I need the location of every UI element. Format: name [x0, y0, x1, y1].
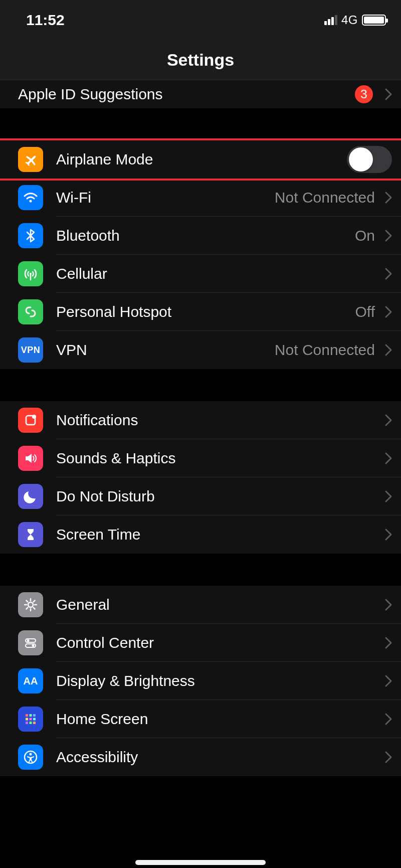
svg-rect-20 [33, 714, 36, 717]
airplane-icon [18, 147, 43, 172]
chevron-right-icon [385, 306, 392, 318]
row-personal-hotspot[interactable]: Personal Hotspot Off [0, 293, 401, 331]
svg-point-17 [32, 644, 35, 647]
link-icon [18, 299, 43, 324]
row-label: Personal Hotspot [56, 303, 355, 320]
group-spacer [0, 108, 401, 140]
hourglass-icon [18, 522, 43, 547]
chevron-right-icon [385, 751, 392, 763]
svg-rect-19 [30, 714, 32, 717]
chevron-right-icon [385, 230, 392, 242]
text-size-icon: AA [18, 668, 43, 693]
svg-rect-25 [30, 722, 32, 724]
row-label: Cellular [56, 265, 380, 282]
notification-icon [18, 408, 43, 433]
row-value: Not Connected [275, 341, 375, 359]
network-type: 4G [341, 13, 358, 27]
chevron-right-icon [385, 713, 392, 725]
row-label: Accessibility [56, 749, 380, 766]
row-label: Screen Time [56, 526, 380, 543]
row-label: Display & Brightness [56, 672, 380, 689]
group-network: Airplane Mode Wi-Fi Not Connected Blueto… [0, 138, 401, 369]
chevron-right-icon [385, 344, 392, 356]
svg-point-0 [30, 200, 32, 203]
highlight-annotation: Airplane Mode [0, 138, 401, 181]
battery-icon [362, 15, 386, 26]
antenna-icon [18, 261, 43, 286]
chevron-right-icon [385, 675, 392, 687]
row-label: Bluetooth [56, 227, 355, 244]
svg-rect-24 [26, 722, 28, 724]
chevron-right-icon [385, 192, 392, 204]
row-label: Wi-Fi [56, 189, 275, 206]
row-accessibility[interactable]: Accessibility [0, 738, 401, 776]
row-sounds-haptics[interactable]: Sounds & Haptics [0, 439, 401, 477]
row-value: Not Connected [275, 189, 375, 206]
badge-count: 3 [355, 85, 373, 103]
chevron-right-icon [385, 268, 392, 280]
vpn-icon: VPN [18, 337, 43, 363]
row-screen-time[interactable]: Screen Time [0, 515, 401, 554]
chevron-right-icon [385, 88, 392, 100]
row-vpn[interactable]: VPN VPN Not Connected [0, 331, 401, 369]
chevron-right-icon [385, 599, 392, 611]
svg-rect-23 [33, 718, 36, 721]
row-label: Home Screen [56, 711, 380, 728]
row-wifi[interactable]: Wi-Fi Not Connected [0, 179, 401, 217]
svg-line-13 [34, 601, 35, 602]
group-notifications: Notifications Sounds & Haptics Do Not Di… [0, 401, 401, 554]
page-title: Settings [167, 50, 234, 70]
svg-rect-22 [30, 718, 32, 721]
group-spacer [0, 554, 401, 586]
wifi-icon [18, 185, 43, 210]
status-icons: 4G [324, 13, 386, 27]
gear-icon [18, 592, 43, 617]
accessibility-icon [18, 745, 43, 770]
cellular-signal-icon [324, 15, 337, 25]
home-indicator[interactable] [135, 860, 266, 865]
row-general[interactable]: General [0, 586, 401, 624]
row-label: Control Center [56, 634, 380, 651]
svg-line-11 [34, 608, 35, 609]
speaker-icon [18, 446, 43, 471]
row-cellular[interactable]: Cellular [0, 255, 401, 293]
group-apple-id: Apple ID Suggestions 3 [0, 80, 401, 108]
chevron-right-icon [385, 414, 392, 426]
svg-point-28 [30, 753, 32, 756]
svg-rect-26 [33, 722, 36, 724]
chevron-right-icon [385, 490, 392, 502]
svg-line-12 [27, 608, 28, 609]
svg-point-4 [32, 415, 36, 419]
switches-icon [18, 630, 43, 655]
svg-rect-18 [26, 714, 28, 717]
row-display-brightness[interactable]: AA Display & Brightness [0, 662, 401, 700]
row-notifications[interactable]: Notifications [0, 401, 401, 439]
row-label: Airplane Mode [56, 151, 347, 168]
moon-icon [18, 484, 43, 509]
row-label: VPN [56, 341, 275, 359]
row-apple-id-suggestions[interactable]: Apple ID Suggestions 3 [0, 80, 401, 108]
row-label: Do Not Disturb [56, 488, 380, 505]
row-bluetooth[interactable]: Bluetooth On [0, 217, 401, 255]
clock: 11:52 [26, 12, 65, 29]
row-label: General [56, 596, 380, 613]
app-grid-icon [18, 707, 43, 732]
row-control-center[interactable]: Control Center [0, 624, 401, 662]
svg-point-5 [28, 602, 33, 607]
group-general: General Control Center AA Display & Brig… [0, 586, 401, 776]
row-label: Notifications [56, 412, 380, 429]
row-airplane-mode[interactable]: Airplane Mode [0, 140, 401, 179]
status-bar: 11:52 4G [0, 0, 401, 40]
row-value: Off [355, 303, 375, 320]
row-do-not-disturb[interactable]: Do Not Disturb [0, 477, 401, 515]
airplane-mode-toggle[interactable] [347, 146, 392, 173]
group-spacer [0, 369, 401, 401]
row-label: Apple ID Suggestions [18, 86, 355, 103]
chevron-right-icon [385, 452, 392, 464]
bluetooth-icon [18, 223, 43, 248]
chevron-right-icon [385, 529, 392, 541]
svg-rect-21 [26, 718, 28, 721]
chevron-right-icon [385, 637, 392, 649]
row-home-screen[interactable]: Home Screen [0, 700, 401, 738]
row-value: On [355, 227, 375, 244]
